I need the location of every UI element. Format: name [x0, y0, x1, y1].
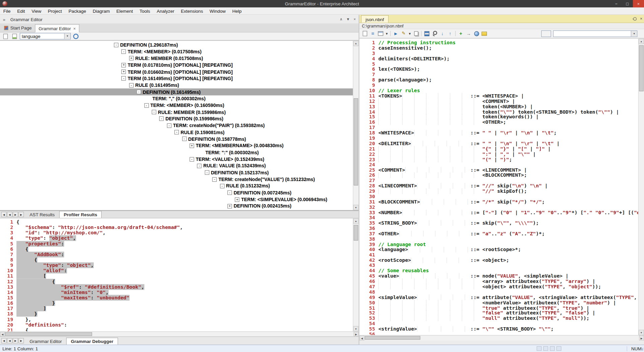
tab-start-page[interactable]: Start Page [1, 24, 35, 32]
tree-item[interactable]: -DEFINITION (0.159986ms) [0, 115, 353, 122]
tree-item[interactable]: TERM: ":" (0.000302ms) [0, 149, 353, 156]
scroll-up-icon[interactable]: ▲ [353, 41, 359, 46]
tree-item[interactable]: +DEFINITION (0.002415ms) [0, 203, 353, 210]
collapse-icon[interactable]: - [205, 170, 209, 175]
tree-item[interactable]: -TERM: createNode("VALUE") (0.151232ms) [0, 176, 353, 183]
tab-grammar-debugger[interactable]: Grammar Debugger [66, 338, 118, 345]
resize-grip[interactable]: ◢ [640, 346, 643, 351]
tree-item[interactable]: +DEFINITION (0.141838ms) [0, 210, 353, 210]
collapse-icon[interactable]: - [137, 90, 141, 94]
collapse-icon[interactable]: - [228, 190, 232, 195]
search-icon[interactable] [431, 30, 438, 37]
tree-item[interactable]: -TERM (0.161495ms) [OPTIONAL] [REPEATING… [0, 75, 353, 82]
menu-item-help[interactable]: Help [229, 8, 245, 13]
collapse-icon[interactable]: - [152, 110, 156, 114]
tree-item[interactable]: TERM: "," (0.000302ms) [0, 95, 353, 102]
tree-item[interactable]: -DEFINITION (0.158778ms) [0, 136, 353, 142]
scroll-down-icon[interactable]: ▼ [353, 205, 359, 210]
tab-profiler-results[interactable]: Profiler Results [59, 211, 102, 218]
expand-icon[interactable]: + [190, 143, 194, 148]
minimize-button[interactable]: − [611, 0, 622, 7]
tree-item[interactable]: +RULE: MEMBER (0.017508ms) [0, 55, 353, 62]
arrow-up-icon[interactable] [447, 30, 454, 37]
expand-icon[interactable]: + [122, 69, 126, 74]
profile-icon[interactable] [72, 33, 79, 40]
editor-combo[interactable]: ▼ [553, 30, 638, 37]
dropdown-arrow-icon[interactable] [385, 30, 389, 37]
close-panel-icon[interactable]: × [353, 17, 356, 21]
status-icon[interactable] [557, 346, 562, 351]
expand-icon[interactable]: + [129, 56, 134, 60]
language-combo[interactable]: language ▼ [20, 33, 71, 40]
scroll-up-icon[interactable]: ▲ [639, 39, 644, 44]
scroll-prev-button[interactable]: ◀ [7, 338, 12, 343]
editor-combo-small[interactable] [541, 30, 551, 37]
file-tab[interactable]: json.nbnf [361, 15, 389, 22]
tree-item[interactable]: +TERM: <MEMBERNAME> (0.004830ms) [0, 142, 353, 149]
dropdown-arrow-icon[interactable] [408, 30, 412, 37]
profiler-tree[interactable]: -DEFINITION (1.296187ms)-TERM: <MEMBER> … [0, 41, 353, 210]
collapse-icon[interactable]: - [122, 49, 126, 54]
tree-item[interactable]: +TERM: <SIMPLEVALUE> (0.006943ms) [0, 196, 353, 203]
collapse-icon[interactable]: - [175, 130, 179, 134]
tab-ast-results[interactable]: AST Results [25, 211, 59, 218]
tree-item[interactable]: -TERM: createNode("PAIR") (0.159382ms) [0, 122, 353, 129]
tree-item[interactable]: -DEFINITION (0.161495ms) [0, 89, 353, 95]
expand-icon[interactable]: + [228, 204, 232, 208]
menu-item-edit[interactable]: Edit [14, 8, 28, 13]
tree-item[interactable]: -DEFINITION (1.296187ms) [0, 42, 353, 48]
scroll-right-icon[interactable]: ▶ [354, 332, 359, 336]
close-tab-icon[interactable]: × [73, 26, 76, 31]
scroll-thumb[interactable] [354, 98, 359, 185]
tree-item[interactable]: -DEFINITION (0.152137ms) [0, 169, 353, 176]
tree-item[interactable]: +TERM (0.017810ms) [OPTIONAL] [REPEATING… [0, 62, 353, 68]
menu-item-diagram[interactable]: Diagram [89, 8, 113, 13]
close-button[interactable]: × [633, 0, 644, 7]
scroll-last-button[interactable]: ▶ [18, 212, 24, 217]
chevron-down-icon[interactable]: ▼ [631, 31, 637, 36]
menu-item-file[interactable]: File [0, 8, 14, 13]
menu-item-element[interactable]: Element [113, 8, 136, 13]
scroll-prev-button[interactable]: ◀ [7, 212, 12, 217]
scroll-first-button[interactable]: ◀ [1, 338, 7, 343]
tree-vscrollbar[interactable]: ▲ ▼ [353, 41, 359, 210]
scroll-thumb[interactable] [639, 45, 644, 91]
menu-item-package[interactable]: Package [65, 8, 89, 13]
scroll-left-icon[interactable]: ◀ [0, 332, 5, 336]
add-icon[interactable] [457, 30, 464, 37]
scroll-thumb[interactable] [5, 332, 92, 336]
new-file-icon[interactable] [2, 33, 9, 40]
new-file-icon[interactable] [362, 30, 369, 37]
debugger-source-editor[interactable]: 1{2 "$schema": "http://json-schema.org/d… [0, 218, 353, 331]
tree-item[interactable]: -TERM: <MEMBER> (0.017508ms) [0, 48, 353, 55]
web-icon[interactable] [473, 30, 480, 37]
list-icon[interactable] [369, 30, 376, 37]
menu-item-project[interactable]: Project [45, 8, 65, 13]
chevron-down-icon[interactable]: ▼ [64, 33, 70, 39]
arrow-down-icon[interactable] [439, 30, 446, 37]
tree-item[interactable]: -RULE: VALUE (0.152439ms) [0, 163, 353, 169]
expand-icon[interactable]: + [235, 197, 240, 201]
source-vscrollbar[interactable]: ▲ ▼ [353, 218, 359, 331]
scroll-first-button[interactable]: ◀ [1, 212, 7, 217]
scroll-down-icon[interactable]: ▼ [353, 326, 359, 332]
menu-item-tools[interactable]: Tools [136, 8, 153, 13]
tree-item[interactable]: -TERM: <MEMBER> (0.160590ms) [0, 102, 353, 109]
tree-item[interactable]: -RULE: MEMBER (0.159986ms) [0, 109, 353, 115]
menu-item-view[interactable]: View [28, 8, 45, 13]
copy-icon[interactable] [412, 30, 420, 37]
edit-icon[interactable] [400, 30, 407, 37]
source-hscrollbar[interactable]: ◀ ▶ [0, 332, 359, 337]
scroll-next-button[interactable]: ▶ [13, 212, 18, 217]
link-icon[interactable] [465, 30, 472, 37]
tree-item[interactable]: -RULE (0.161495ms) [0, 82, 353, 89]
collapse-icon[interactable]: - [144, 103, 149, 108]
collapse-icon[interactable]: - [190, 157, 194, 161]
tree-item[interactable]: -RULE (0.159081ms) [0, 129, 353, 136]
collapse-icon[interactable]: ∧ [340, 17, 342, 21]
chevrons-icon[interactable]: » [3, 17, 6, 22]
collapse-icon[interactable]: - [129, 83, 134, 87]
menu-item-extensions[interactable]: Extensions [178, 8, 206, 13]
window-icon[interactable] [377, 30, 384, 37]
scroll-left-icon[interactable]: ◀ [360, 336, 365, 341]
